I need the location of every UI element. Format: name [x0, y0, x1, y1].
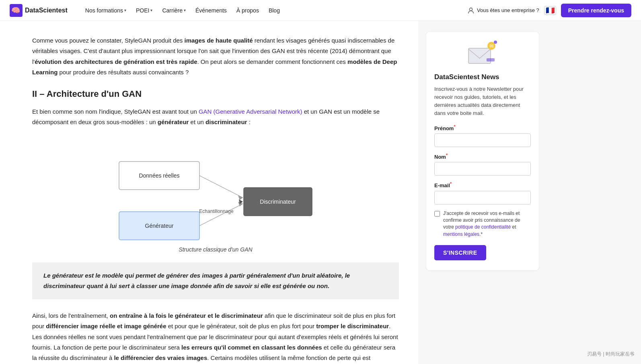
nom-label: Nom* — [434, 153, 531, 160]
svg-line-9 — [199, 176, 243, 198]
nav-blog[interactable]: Blog — [264, 0, 285, 21]
chevron-down-icon: ▾ — [150, 8, 152, 12]
navbar: 🧠 DataScientest Nos formations ▾ POEI ▾ … — [0, 0, 641, 21]
navbar-right: Vous êtes une entreprise ? 🇫🇷 Prendre re… — [467, 4, 631, 17]
svg-point-18 — [494, 41, 497, 44]
nav-poei[interactable]: POEI ▾ — [131, 0, 157, 21]
newsletter-icon-row: ✉ — [434, 40, 531, 68]
nav-evenements[interactable]: Événements — [191, 0, 232, 21]
prenom-label: Prénom* — [434, 124, 531, 131]
svg-text:🧠: 🧠 — [11, 6, 21, 15]
svg-text:Données réelles: Données réelles — [139, 172, 179, 179]
consent-checkbox[interactable] — [434, 211, 440, 217]
newsletter-title: DataScientest News — [434, 73, 531, 81]
logo-text: DataScientest — [25, 7, 68, 14]
email-label: E-mail* — [434, 181, 531, 188]
nav-nos-formations[interactable]: Nos formations ▾ — [80, 0, 131, 21]
section-intro: Et bien comme son nom l'indique, StyleGA… — [32, 106, 399, 128]
enterprise-link[interactable]: Vous êtes une entreprise ? — [467, 7, 539, 14]
intro-paragraph: Comme vous pouvez le constater, StyleGAN… — [32, 35, 399, 78]
svg-text:Discriminateur: Discriminateur — [260, 198, 296, 205]
main-nav: Nos formations ▾ POEI ▾ Carrière ▾ Événe… — [80, 0, 467, 21]
email-input[interactable] — [434, 191, 531, 204]
nav-carriere[interactable]: Carrière ▾ — [157, 0, 191, 21]
svg-text:Générateur: Générateur — [145, 223, 174, 229]
svg-text:✉: ✉ — [489, 43, 494, 49]
newsletter-icon: ✉ — [466, 40, 499, 68]
prenom-input[interactable] — [434, 133, 531, 147]
chevron-down-icon: ▾ — [184, 8, 186, 12]
main-content: Comme vous pouvez le constater, StyleGAN… — [0, 21, 418, 364]
newsletter-desc: Inscrivez-vous à notre Newsletter pour r… — [434, 85, 531, 118]
diagram-container: Données réelles Générateur Discriminateu… — [32, 137, 399, 253]
consent-row: J'accepte de recevoir vos e-mails et con… — [434, 210, 531, 238]
chevron-down-icon: ▾ — [124, 8, 126, 12]
svg-point-2 — [469, 8, 472, 10]
logo-link[interactable]: 🧠 DataScientest — [10, 4, 68, 17]
svg-text:Echantillonnage: Echantillonnage — [199, 209, 234, 214]
section-heading: II – Architecture d'un GAN — [32, 89, 399, 99]
bottom-brand: 刃易号 | 时尚玩家岳爷 — [587, 351, 635, 358]
quote-block: Le générateur est le modèle qui permet d… — [32, 262, 399, 300]
svg-rect-19 — [487, 58, 495, 61]
nav-apropos[interactable]: À propos — [232, 0, 264, 21]
body-paragraph-1: Ainsi, lors de l'entraînement, on entraî… — [32, 311, 399, 364]
enterprise-icon — [467, 7, 475, 14]
svg-marker-10 — [238, 195, 243, 200]
newsletter-card: ✉ DataScientest News Inscrivez-vous à no… — [426, 32, 539, 270]
svg-line-11 — [199, 204, 243, 226]
nom-input[interactable] — [434, 162, 531, 176]
sidebar: ✉ DataScientest News Inscrivez-vous à no… — [418, 21, 547, 364]
language-flag[interactable]: 🇫🇷 — [544, 6, 556, 15]
subscribe-button[interactable]: S'INSCRIRE — [434, 245, 486, 260]
content-area: Comme vous pouvez le constater, StyleGAN… — [0, 21, 641, 364]
logo-icon: 🧠 — [10, 4, 23, 17]
page-wrapper: Comme vous pouvez le constater, StyleGAN… — [0, 21, 641, 364]
cta-button[interactable]: Prendre rendez-vous — [561, 4, 631, 17]
gan-link[interactable]: GAN (Generative Adversarial Network) — [199, 108, 302, 115]
diagram-caption: Structure classique d'un GAN — [179, 246, 252, 253]
consent-label: J'accepte de recevoir vos e-mails et con… — [443, 210, 531, 238]
diagram-svg: Données réelles Générateur Discriminateu… — [107, 137, 324, 243]
